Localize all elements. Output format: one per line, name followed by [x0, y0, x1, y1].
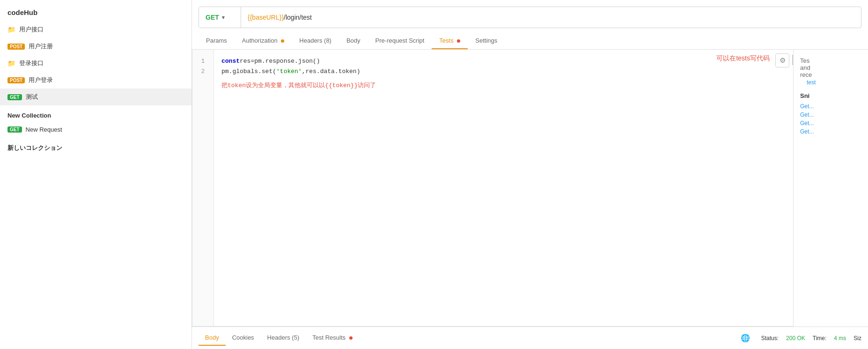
snippets-title: Sni	[794, 89, 868, 102]
url-input[interactable]: {{baseURL}}/login/test	[241, 14, 861, 21]
editor-area: 1 2 const res = pm.response.json() pm.gl…	[192, 50, 793, 327]
sidebar-item-user-login[interactable]: POST 用户登录	[0, 72, 191, 89]
tab-params[interactable]: Params	[199, 33, 235, 49]
globe-icon: 🌐	[741, 334, 750, 342]
method-label: GET	[206, 14, 219, 21]
right-panel-rece: rece	[800, 71, 812, 78]
code-line-1: const res = pm.response.json()	[221, 56, 786, 67]
snippet-link-3[interactable]: Get...	[794, 119, 868, 127]
snippet-link-4[interactable]: Get...	[794, 127, 868, 136]
folder-icon: 📁	[7, 26, 15, 33]
right-panel: Tes and rece test Sni Get... Get... Get.…	[793, 50, 868, 327]
sidebar-item-login-api[interactable]: 📁 登录接口	[0, 55, 191, 72]
tab-pre-request[interactable]: Pre-request Script	[368, 33, 432, 49]
fn-set-close: ,res.data.token)	[302, 67, 360, 77]
tab-tests[interactable]: Tests	[432, 33, 468, 49]
var-res: res	[240, 56, 250, 67]
sidebar-item-user-api[interactable]: 📁 用户接口	[0, 21, 191, 38]
sidebar-item-label: 测试	[26, 93, 38, 101]
method-selector[interactable]: GET ▾	[199, 7, 241, 28]
request-tabs: Params Authorization Headers (8) Body Pr…	[192, 33, 868, 50]
main-area: GET ▾ {{baseURL}}/login/test Params Auth…	[192, 0, 868, 349]
folder-icon: 📁	[7, 59, 15, 67]
time-label: Time:	[813, 335, 827, 342]
status-value: 200 OK	[786, 335, 805, 342]
authorization-dot	[281, 39, 284, 43]
url-path: /login/test	[284, 14, 312, 21]
tab-settings[interactable]: Settings	[468, 33, 505, 49]
right-panel-test-info: Tes and rece test	[794, 54, 868, 89]
sidebar-item-new-request[interactable]: GET New Request	[0, 122, 191, 137]
test-results-dot	[349, 336, 353, 340]
resp-tab-body[interactable]: Body	[199, 330, 226, 346]
fn-json: pm.response.json()	[254, 56, 320, 67]
line-num-1: 1	[192, 56, 213, 67]
right-panel-and: and	[800, 64, 810, 71]
url-bar: GET ▾ {{baseURL}}/login/test	[199, 7, 861, 28]
sidebar-item-test[interactable]: GET 测试	[0, 89, 191, 105]
keyword-const: const	[221, 56, 240, 67]
new-collection-title: New Collection	[0, 105, 191, 122]
tab-body[interactable]: Body	[339, 33, 368, 49]
equals: =	[250, 56, 254, 67]
japanese-collection-title: 新しいコレクション	[0, 137, 191, 155]
resp-tab-test-results[interactable]: Test Results	[306, 330, 359, 346]
response-meta: 🌐 Status: 200 OK Time: 4 ms Siz	[741, 334, 861, 342]
resp-tab-headers[interactable]: Headers (5)	[261, 330, 306, 346]
sidebar-title: codeHub	[0, 0, 191, 21]
sidebar-item-register[interactable]: POST 用户注册	[0, 38, 191, 55]
comment-token: 把token设为全局变量，其他就可以以{{token}}访问了	[221, 81, 786, 91]
snippet-link-2[interactable]: Get...	[794, 111, 868, 119]
chevron-down-icon: ▾	[222, 15, 225, 21]
sidebar-item-label: 用户注册	[29, 42, 53, 51]
sidebar-item-label: New Request	[26, 126, 62, 133]
time-value: 4 ms	[834, 335, 846, 342]
post-badge: POST	[7, 44, 25, 50]
line-num-2: 2	[192, 67, 213, 77]
fn-set-open: pm.globals.set(	[221, 67, 276, 77]
status-label: Status:	[761, 335, 779, 342]
sidebar-item-label: 用户登录	[29, 76, 53, 84]
sidebar-item-label: 登录接口	[19, 59, 44, 67]
get-badge: GET	[7, 126, 22, 133]
post-badge: POST	[7, 77, 25, 83]
tests-dot	[457, 39, 460, 43]
get-badge: GET	[7, 94, 22, 100]
divider	[792, 55, 793, 65]
sidebar: codeHub 📁 用户接口 POST 用户注册 📁 登录接口 POST 用户登…	[0, 0, 192, 349]
tab-authorization[interactable]: Authorization	[235, 33, 292, 49]
right-panel-test-label: Tes	[800, 57, 809, 64]
sidebar-item-label: 用户接口	[19, 25, 44, 34]
resp-tab-cookies[interactable]: Cookies	[226, 330, 261, 346]
editor-content[interactable]: const res = pm.response.json() pm.global…	[214, 50, 793, 326]
right-panel-test-link[interactable]: test	[800, 78, 861, 87]
size-label: Siz	[853, 335, 861, 342]
tab-headers[interactable]: Headers (8)	[292, 33, 339, 49]
str-token: 'token'	[276, 67, 302, 77]
line-numbers: 1 2	[192, 50, 214, 326]
code-line-2: pm.globals.set( 'token' ,res.data.token)	[221, 67, 786, 77]
editor-settings-button[interactable]: ⚙	[775, 53, 789, 67]
snippet-link-1[interactable]: Get...	[794, 102, 868, 111]
response-bar: Body Cookies Headers (5) Test Results 🌐 …	[192, 327, 868, 349]
url-base: {{baseURL}}	[248, 14, 284, 21]
